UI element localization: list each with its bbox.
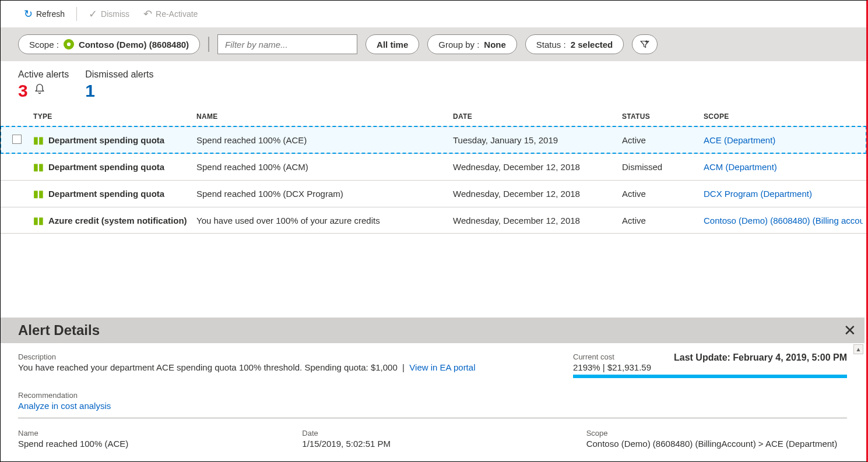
dismiss-label: Dismiss	[101, 9, 129, 19]
refresh-icon: ↻	[24, 8, 33, 20]
cell-type: Department spending quota	[48, 189, 164, 199]
command-bar: ↻ Refresh ✓ Dismiss ↶ Re-Activate	[1, 1, 866, 27]
cell-name: You have used over 100% of your azure cr…	[194, 216, 451, 225]
table-row[interactable]: ▮▮ Department spending quota Spend reach…	[1, 180, 866, 207]
detail-name-label: Name	[18, 429, 279, 438]
detail-date-value: 1/15/2019, 5:02:51 PM	[302, 439, 563, 449]
col-date[interactable]: DATE	[451, 112, 620, 121]
time-filter[interactable]: All time	[366, 34, 419, 54]
filter-icon	[639, 39, 650, 50]
active-alerts-label: Active alerts	[18, 69, 69, 80]
cell-status: Active	[620, 189, 701, 199]
cell-date: Wednesday, December 12, 2018	[451, 162, 620, 172]
alerts-table-header: TYPE NAME DATE STATUS SCOPE	[1, 104, 866, 126]
wallet-icon: ▮▮	[33, 215, 44, 226]
alert-stats: Active alerts 3 Dismissed alerts 1	[1, 61, 866, 104]
status-label: Status :	[536, 40, 566, 50]
filter-bar: Scope : Contoso (Demo) (8608480) All tim…	[1, 27, 866, 61]
col-status[interactable]: STATUS	[620, 112, 701, 121]
description-text: You have reached your department ACE spe…	[18, 362, 550, 372]
dismissed-alerts-stat: Dismissed alerts 1	[85, 69, 153, 101]
col-type[interactable]: TYPE	[31, 112, 194, 121]
scope-selector[interactable]: Scope : Contoso (Demo) (8608480)	[18, 34, 200, 54]
description-label: Description	[18, 352, 550, 361]
scope-value: Contoso (Demo) (8608480)	[79, 40, 189, 50]
detail-scope-value: Contoso (Demo) (8608480) (BillingAccount…	[586, 439, 847, 449]
refresh-button[interactable]: ↻ Refresh	[18, 4, 71, 24]
add-filter-button[interactable]	[632, 34, 658, 54]
table-row[interactable]: ▮▮ Department spending quota Spend reach…	[1, 153, 866, 180]
cell-status: Active	[620, 216, 701, 225]
alert-details-body: ▲ Description You have reached your depa…	[1, 343, 865, 461]
details-divider	[18, 418, 847, 418]
current-cost-label: Current cost	[573, 352, 651, 361]
cell-type: Department spending quota	[48, 135, 164, 145]
undo-icon: ↶	[143, 8, 152, 20]
filter-separator	[208, 37, 209, 52]
cost-progress-bar	[573, 375, 847, 378]
groupby-value: None	[484, 40, 506, 50]
cell-status: Dismissed	[620, 162, 701, 172]
col-scope[interactable]: SCOPE	[701, 112, 863, 121]
row-checkbox[interactable]	[12, 135, 22, 144]
cell-date: Tuesday, January 15, 2019	[451, 135, 620, 145]
toolbar-separator	[76, 7, 77, 21]
alert-details-title: Alert Details	[18, 322, 100, 338]
active-alerts-stat: Active alerts 3	[18, 69, 69, 101]
status-filter[interactable]: Status : 2 selected	[525, 34, 624, 54]
detail-name-value: Spend reached 100% (ACE)	[18, 439, 279, 449]
col-name[interactable]: NAME	[194, 112, 451, 121]
last-update: Last Update: February 4, 2019, 5:00 PM	[674, 352, 847, 363]
groupby-label: Group by :	[438, 40, 479, 50]
bell-icon	[34, 83, 45, 99]
active-alerts-count: 3	[18, 81, 28, 101]
cell-scope-link[interactable]: ACM (Department)	[701, 162, 863, 172]
cell-name: Spend reached 100% (DCX Program)	[194, 189, 451, 199]
cell-name: Spend reached 100% (ACM)	[194, 162, 451, 172]
cell-name: Spend reached 100% (ACE)	[194, 135, 451, 145]
reactivate-label: Re-Activate	[156, 9, 198, 19]
alert-details-header: Alert Details ✕	[1, 318, 865, 343]
dismissed-alerts-label: Dismissed alerts	[85, 69, 153, 80]
cell-type: Department spending quota	[48, 162, 164, 172]
wallet-icon: ▮▮	[33, 188, 44, 199]
alert-details-panel: Alert Details ✕ ▲ Description You have r…	[1, 318, 865, 461]
groupby-filter[interactable]: Group by : None	[427, 34, 517, 54]
wallet-icon: ▮▮	[33, 135, 44, 146]
refresh-label: Refresh	[36, 9, 65, 19]
filter-name-input[interactable]	[217, 34, 357, 54]
view-ea-portal-link[interactable]: View in EA portal	[409, 362, 475, 372]
time-value: All time	[377, 40, 408, 50]
scope-icon	[64, 39, 74, 50]
cell-date: Wednesday, December 12, 2018	[451, 216, 620, 225]
table-row[interactable]: ▮▮ Azure credit (system notification) Yo…	[1, 207, 866, 234]
detail-scope-label: Scope	[586, 429, 847, 438]
cell-scope-link[interactable]: DCX Program (Department)	[701, 189, 863, 199]
dismissed-alerts-count: 1	[85, 81, 95, 101]
scroll-up-button[interactable]: ▲	[853, 344, 863, 354]
status-value: 2 selected	[571, 40, 613, 50]
dismiss-button[interactable]: ✓ Dismiss	[83, 4, 135, 24]
reactivate-button[interactable]: ↶ Re-Activate	[138, 4, 203, 24]
cell-scope-link[interactable]: Contoso (Demo) (8608480) (Billing accoun…	[701, 216, 863, 225]
alerts-table-body: ▮▮ Department spending quota Spend reach…	[1, 126, 866, 234]
recommendation-label: Recommendation	[18, 391, 847, 400]
check-icon: ✓	[89, 8, 97, 20]
close-button[interactable]: ✕	[844, 323, 856, 338]
table-row[interactable]: ▮▮ Department spending quota Spend reach…	[1, 126, 866, 153]
cell-type: Azure credit (system notification)	[48, 216, 187, 225]
scope-label: Scope :	[29, 40, 59, 50]
analyze-cost-link[interactable]: Analyze in cost analysis	[18, 401, 847, 411]
cell-scope-link[interactable]: ACE (Department)	[701, 135, 863, 145]
current-cost-value: 2193% | $21,931.59	[573, 362, 651, 372]
detail-date-label: Date	[302, 429, 563, 438]
wallet-icon: ▮▮	[33, 161, 44, 172]
cell-date: Wednesday, December 12, 2018	[451, 189, 620, 199]
cell-status: Active	[620, 135, 701, 145]
